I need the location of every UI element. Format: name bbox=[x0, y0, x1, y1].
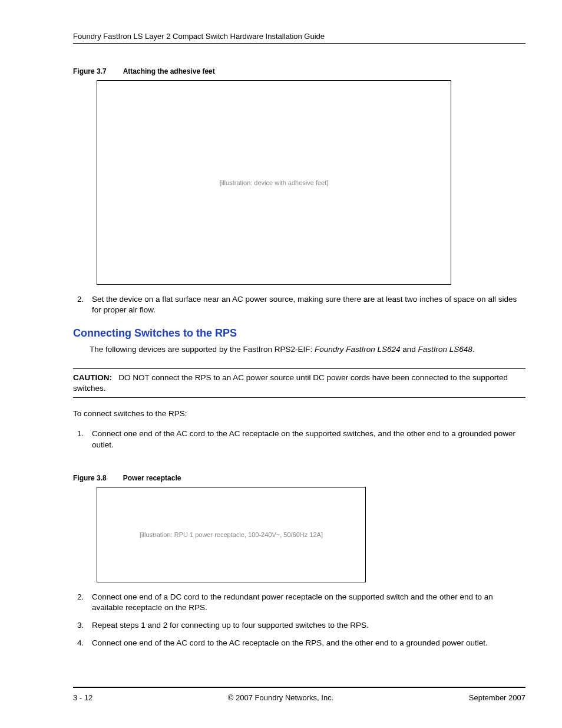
figure-label: Figure 3.8 bbox=[73, 474, 107, 482]
lead-in: To connect switches to the RPS: bbox=[73, 409, 525, 419]
figure-alt: [illustration: RPU 1 power receptacle, 1… bbox=[140, 531, 323, 538]
running-header: Foundry FastIron LS Layer 2 Compact Swit… bbox=[73, 32, 525, 41]
device-name-2: FastIron LS648 bbox=[418, 345, 472, 354]
footer-rule bbox=[73, 687, 525, 688]
device-name-1: Foundry FastIron LS624 bbox=[315, 345, 401, 354]
step-1-2: Set the device on a flat surface near an… bbox=[86, 294, 525, 315]
intro-text: The following devices are supported by t… bbox=[90, 345, 315, 354]
figure-caption-3-7: Figure 3.7Attaching the adhesive feet bbox=[73, 67, 525, 75]
figure-label: Figure 3.7 bbox=[73, 67, 107, 75]
section-intro: The following devices are supported by t… bbox=[90, 344, 525, 355]
figure-alt: [illustration: device with adhesive feet… bbox=[220, 179, 329, 186]
section-heading-connecting: Connecting Switches to the RPS bbox=[73, 327, 525, 340]
caution-label: CAUTION: bbox=[73, 373, 112, 382]
intro-post: . bbox=[472, 345, 475, 354]
caution-block: CAUTION: DO NOT connect the RPS to an AC… bbox=[73, 368, 525, 398]
intro-mid: and bbox=[401, 345, 418, 354]
step-2-4: Connect one end of the AC cord to the AC… bbox=[86, 638, 525, 648]
step-list-2b: Connect one end of a DC cord to the redu… bbox=[73, 592, 525, 649]
step-2-2: Connect one end of a DC cord to the redu… bbox=[86, 592, 525, 613]
figure-3-7-image: [illustration: device with adhesive feet… bbox=[97, 80, 451, 285]
figure-caption-3-8: Figure 3.8Power receptacle bbox=[73, 474, 525, 482]
step-2-1: Connect one end of the AC cord to the AC… bbox=[86, 429, 525, 450]
caution-text: DO NOT connect the RPS to an AC power so… bbox=[73, 373, 508, 393]
footer-date: September 2007 bbox=[469, 693, 525, 702]
figure-3-8-image: [illustration: RPU 1 power receptacle, 1… bbox=[97, 487, 366, 582]
step-2-3: Repeat steps 1 and 2 for connecting up t… bbox=[86, 620, 525, 631]
page-number: 3 - 12 bbox=[73, 693, 92, 702]
figure-title: Power receptacle bbox=[123, 474, 181, 482]
step-list-1: Set the device on a flat surface near an… bbox=[73, 294, 525, 315]
figure-title: Attaching the adhesive feet bbox=[123, 67, 215, 75]
copyright: © 2007 Foundry Networks, Inc. bbox=[228, 693, 333, 702]
step-list-2: Connect one end of the AC cord to the AC… bbox=[73, 429, 525, 450]
page-footer: 3 - 12 © 2007 Foundry Networks, Inc. Sep… bbox=[73, 693, 525, 702]
header-rule bbox=[73, 43, 525, 44]
